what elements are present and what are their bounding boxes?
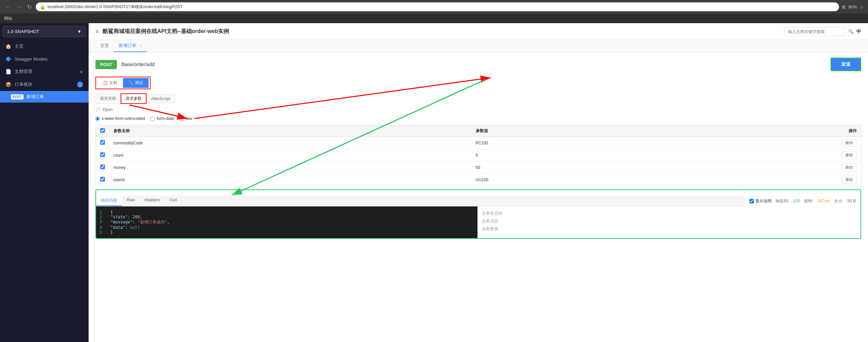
- tab-new-order[interactable]: 新增订单 ×: [114, 40, 147, 52]
- bookmark-icon[interactable]: ☆: [860, 4, 864, 10]
- select-all-checkbox[interactable]: [100, 128, 105, 133]
- response-tab-content[interactable]: 响应内容: [96, 196, 122, 206]
- lang-toggle[interactable]: 中: [856, 29, 861, 35]
- row2-delete-button[interactable]: 删除: [842, 151, 857, 159]
- params-table: 参数名称 参数值 操作: [95, 125, 861, 186]
- sidebar-item-orders[interactable]: 📦 订单模块 1: [0, 78, 89, 91]
- sidebar-item-docs[interactable]: 📄 文档管理 ∨: [0, 65, 89, 78]
- row2-name-input[interactable]: [113, 153, 468, 158]
- refresh-button[interactable]: ↻: [26, 2, 33, 12]
- browser-toolbar: ⊞ 90% ☆: [842, 4, 864, 10]
- row2-name-cell: [109, 149, 472, 161]
- sidebar-docs-left: 📄 文档管理: [5, 68, 32, 75]
- row3-value-input[interactable]: [476, 165, 830, 170]
- row4-delete-button[interactable]: 删除: [842, 176, 857, 184]
- desc-state: 业务状态码: [482, 211, 856, 216]
- row4-action-cell: 删除: [834, 174, 861, 186]
- order-icon: 📦: [5, 82, 11, 87]
- line-5: 5 }: [100, 230, 474, 235]
- api-item-label: 新增订单: [26, 94, 44, 100]
- row3-checkbox[interactable]: [100, 165, 105, 169]
- version-select[interactable]: 1.0-SNAPSHOT ▼: [3, 26, 86, 37]
- request-tabs-row: 请求关联 请求参数 AfterScript: [95, 93, 861, 104]
- size-value: 50 B: [847, 199, 856, 203]
- row1-checkbox[interactable]: [100, 140, 105, 145]
- show-desc-label[interactable]: 显示说明: [749, 198, 772, 204]
- address-bar[interactable]: 🔒 localhost:20002/doc.html#/1.0-SNAPSHOT…: [36, 2, 839, 11]
- response-tab-headers[interactable]: Headers: [140, 196, 165, 206]
- radio-formdata[interactable]: form-data: [150, 116, 174, 121]
- send-button[interactable]: 发送: [831, 58, 861, 71]
- tabs-bar: 主页 新增订单 ×: [89, 40, 868, 52]
- search-icon[interactable]: 🔍: [848, 29, 854, 34]
- sidebar-item-home[interactable]: 🏠 主页: [0, 40, 89, 53]
- version-label: 1.0-SNAPSHOT: [7, 29, 39, 34]
- line-content: "data": null: [110, 225, 140, 230]
- row4-checkbox[interactable]: [100, 177, 105, 182]
- response-section: 响应内容 Raw Headers Curl 显示说明 响应码: 200: [96, 196, 861, 238]
- tab-home[interactable]: 主页: [95, 40, 114, 52]
- order-badge: 1: [77, 81, 83, 88]
- response-json: 1 { 2 "state": 200, 3 "message": "新增订单成功…: [96, 206, 477, 238]
- line-content: "state": 200,: [110, 215, 142, 219]
- line-num: 2: [100, 215, 106, 219]
- response-meta: 显示说明 响应码: 200 耗时: 247ms 大小: 50 B: [745, 196, 861, 206]
- docs-icon: 📄: [5, 69, 11, 74]
- table-row: 删除: [96, 137, 861, 149]
- row3-checkbox-cell: [96, 161, 109, 174]
- line-1: 1 {: [100, 210, 474, 215]
- swagger-icon: 🔷: [5, 56, 11, 62]
- api-header-row: POST /base/order/add 发送: [95, 58, 861, 71]
- radio-raw[interactable]: raw: [180, 116, 192, 121]
- row2-checkbox[interactable]: [100, 152, 105, 157]
- extensions-icon: ⊞: [842, 4, 846, 10]
- page-title: 酷鲨商城项目案例在线API文档--基础order-web实例: [103, 28, 229, 35]
- sub-tabs-row: 📋 文档 🔧 调试: [95, 77, 861, 89]
- open-label[interactable]: Open: [103, 107, 112, 112]
- line-num: 1: [100, 210, 106, 215]
- row1-name-input[interactable]: [113, 141, 468, 145]
- debug-icon: 🔧: [128, 80, 134, 85]
- status-value: 200: [793, 199, 800, 203]
- menu-icon[interactable]: ≡: [95, 29, 98, 35]
- sidebar-api-new-order[interactable]: POST 新增订单: [0, 91, 89, 103]
- row1-action-cell: 删除: [834, 137, 861, 149]
- back-button[interactable]: ←: [4, 2, 12, 11]
- bookmarks-label[interactable]: 网站: [4, 16, 12, 21]
- sidebar-item-label: 主页: [15, 43, 24, 49]
- open-section: 📄 Open: [95, 107, 861, 112]
- row4-name-input[interactable]: [113, 177, 468, 182]
- main-header: ≡ 酷鲨商城项目案例在线API文档--基础order-web实例 🔍 中: [89, 23, 868, 40]
- row3-name-input[interactable]: [113, 165, 468, 170]
- sidebar-item-swagger[interactable]: 🔷 Swagger Models: [0, 53, 89, 65]
- sidebar-item-label: 订单模块: [15, 81, 32, 88]
- url-text: localhost:20002/doc.html#/1.0-SNAPSHOT/订…: [47, 4, 183, 10]
- response-tab-raw[interactable]: Raw: [122, 196, 140, 206]
- th-checkbox: [96, 125, 109, 137]
- response-tabs: 响应内容 Raw Headers Curl: [96, 196, 745, 206]
- row1-value-input[interactable]: [476, 141, 830, 145]
- request-tab-link[interactable]: 请求关联: [95, 94, 121, 104]
- request-tab-params[interactable]: 请求参数: [121, 93, 147, 104]
- sub-tab-debug[interactable]: 🔧 调试: [123, 78, 148, 88]
- file-icon: 📄: [95, 107, 101, 112]
- row3-delete-button[interactable]: 删除: [842, 164, 857, 171]
- forward-button[interactable]: →: [15, 2, 23, 11]
- th-param-name: 参数名称: [109, 125, 472, 137]
- request-tab-afterscript[interactable]: AfterScript: [147, 94, 174, 103]
- row1-value-cell: [472, 137, 834, 149]
- header-search: 🔍 中: [784, 27, 861, 36]
- doc-icon: 📋: [103, 80, 108, 85]
- response-tab-curl[interactable]: Curl: [165, 196, 182, 206]
- show-desc-checkbox[interactable]: [749, 199, 754, 203]
- row1-delete-button[interactable]: 删除: [842, 139, 857, 147]
- row2-value-input[interactable]: [476, 153, 830, 158]
- radio-urlencoded[interactable]: x-www-form-urlencoded: [95, 116, 145, 121]
- sub-tab-docs[interactable]: 📋 文档: [97, 78, 123, 88]
- search-input[interactable]: [784, 27, 846, 36]
- line-num: 3: [100, 219, 106, 225]
- row3-action-cell: 删除: [834, 161, 861, 174]
- line-num: 5: [100, 230, 106, 235]
- row4-value-input[interactable]: [476, 177, 830, 182]
- tab-close-icon[interactable]: ×: [140, 44, 142, 48]
